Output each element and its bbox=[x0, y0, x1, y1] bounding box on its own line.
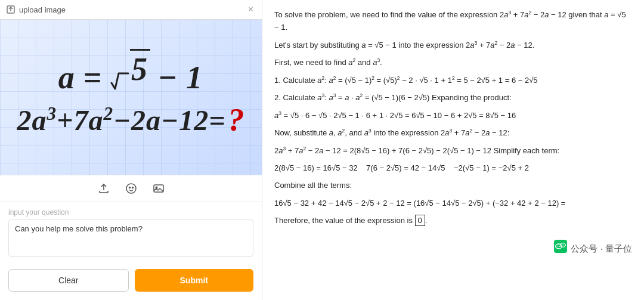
svg-point-11 bbox=[562, 245, 563, 246]
input-section: input your question Can you help me solv… bbox=[0, 202, 262, 263]
toolbar bbox=[0, 175, 262, 202]
math-image-area: a = 5 − 1 2a3+7a2−2a−12= ? bbox=[0, 20, 262, 175]
left-panel: upload image × a = 5 − 1 2a3+7a2−2a−12= … bbox=[0, 0, 262, 300]
watermark: 公众号 · 量子位 bbox=[274, 239, 632, 259]
emoji-icon[interactable] bbox=[123, 180, 140, 197]
svg-point-2 bbox=[129, 187, 130, 188]
question-input[interactable]: Can you help me solve this problem? bbox=[8, 219, 253, 257]
solution-step5-intro: Now, substitute a, a2, and a3 into the e… bbox=[274, 126, 632, 139]
solution-step5: 2a3 + 7a2 − 2a − 12 = 2(8√5 − 16) + 7(6 … bbox=[274, 144, 632, 157]
right-panel: To solve the problem, we need to find th… bbox=[262, 0, 644, 300]
upload-small-icon bbox=[6, 5, 16, 14]
button-row: Clear Submit bbox=[0, 263, 262, 300]
solution-step3: 1. Calculate a2: a2 = (√5 − 1)2 = (√5)2 … bbox=[274, 74, 632, 86]
svg-point-1 bbox=[126, 184, 136, 193]
svg-rect-4 bbox=[154, 185, 163, 192]
svg-point-10 bbox=[559, 246, 561, 247]
solution-step6: 16√5 − 32 + 42 − 14√5 − 2√5 + 2 − 12 = (… bbox=[274, 197, 632, 209]
svg-point-9 bbox=[558, 246, 559, 247]
clear-button[interactable]: Clear bbox=[8, 269, 129, 292]
svg-point-12 bbox=[564, 245, 565, 246]
wechat-icon bbox=[554, 239, 567, 259]
upload-label: upload image bbox=[19, 5, 66, 14]
submit-button[interactable]: Submit bbox=[135, 269, 254, 292]
close-button[interactable]: × bbox=[246, 4, 256, 16]
input-placeholder-label: input your question bbox=[8, 208, 253, 217]
solution-step4: 2. Calculate a3: a3 = a · a2 = (√5 − 1)(… bbox=[274, 91, 632, 104]
image-icon[interactable] bbox=[150, 180, 167, 197]
solution-combine: Combine all the terms: bbox=[274, 179, 632, 191]
solution-text: To solve the problem, we need to find th… bbox=[274, 8, 632, 227]
question-mark: ? bbox=[228, 101, 245, 138]
solution-intro: To solve the problem, we need to find th… bbox=[274, 8, 632, 34]
solution-conclusion: Therefore, the value of the expression i… bbox=[274, 214, 632, 227]
math-line1: a = 5 − 1 bbox=[58, 56, 204, 96]
upload-bar-left: upload image bbox=[6, 5, 66, 14]
svg-point-5 bbox=[156, 187, 157, 188]
solution-step5b: 2(8√5 − 16) = 16√5 − 32 7(6 − 2√5) = 42 … bbox=[274, 162, 632, 174]
math-line2: 2a3+7a2−2a−12= ? bbox=[17, 101, 244, 138]
svg-point-3 bbox=[132, 187, 133, 188]
watermark-text: 公众号 · 量子位 bbox=[571, 242, 632, 256]
upload-icon[interactable] bbox=[95, 180, 112, 197]
upload-bar: upload image × bbox=[0, 0, 262, 20]
solution-step1: Let's start by substituting a = √5 − 1 i… bbox=[274, 39, 632, 51]
solution-step2: First, we need to find a2 and a3. bbox=[274, 56, 632, 69]
solution-step4b: a3 = √5 · 6 − √5 · 2√5 − 1 · 6 + 1 · 2√5… bbox=[274, 109, 632, 122]
